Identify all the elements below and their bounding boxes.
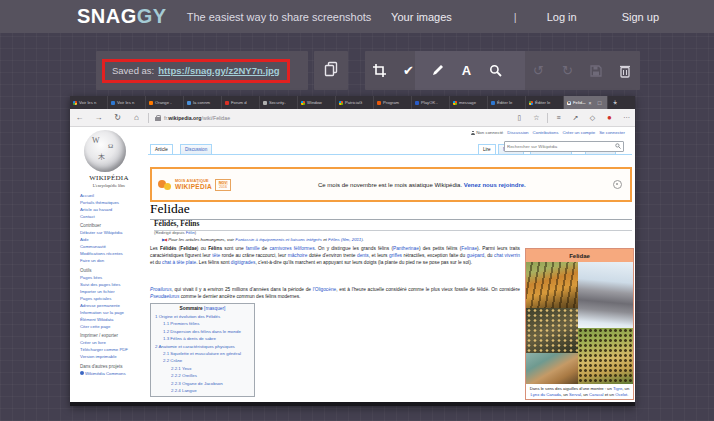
minimize-button[interactable]: − — [582, 100, 586, 106]
search-input[interactable] — [505, 144, 615, 149]
check-button[interactable]: ✔ — [394, 51, 423, 90]
window-controls: − □ × — [582, 96, 617, 109]
browser-tab[interactable]: PatriciaG — [336, 96, 374, 109]
sidebar-item[interactable]: Pages liées — [80, 275, 146, 280]
adblock-extension-icon[interactable]: ● — [601, 114, 618, 122]
sidebar-item[interactable]: Article au hasard — [80, 207, 146, 212]
crop-button[interactable] — [365, 51, 394, 90]
browser-tab[interactable]: la connm — [184, 96, 222, 109]
sidebar-item[interactable]: Débuter sur Wikipédia — [80, 230, 146, 235]
tab-read[interactable]: Lire — [478, 144, 496, 154]
browser-tab[interactable]: Program — [374, 96, 412, 109]
back-icon[interactable]: ← — [70, 114, 89, 122]
delete-button[interactable] — [611, 51, 640, 90]
home-icon[interactable]: ⌂ — [127, 114, 146, 122]
browser-tab[interactable]: Forum d — [222, 96, 260, 109]
sidebar-item[interactable]: Importer un fichier — [80, 289, 146, 294]
sidebar-item[interactable]: Communauté — [80, 244, 146, 249]
personal-discussion-link[interactable]: Discussion — [507, 130, 528, 135]
sidebar-item[interactable]: Contact — [80, 214, 146, 219]
hub-icon[interactable]: ≡ — [550, 114, 567, 121]
sidebar-item-commons[interactable]: Wikimédia Commons — [80, 371, 146, 376]
sidebar-item[interactable]: Pages spéciales — [80, 296, 146, 301]
toc-item[interactable]: 2.2.4 Langue — [151, 387, 254, 394]
toc-item[interactable]: 2.2.2 Oreilles — [151, 372, 254, 379]
toc-item[interactable]: 2.2.1 Yeux — [151, 365, 254, 372]
maximize-button[interactable]: □ — [598, 100, 602, 106]
sidebar-item[interactable]: Faire un don — [80, 258, 146, 263]
reading-view-icon[interactable]: ▯ — [511, 114, 528, 121]
toc-hide-toggle[interactable]: [masquer] — [204, 306, 225, 311]
browser-tab[interactable]: Éditer le — [488, 96, 526, 109]
zoom-tool-button[interactable] — [481, 51, 510, 90]
snaggy-logo[interactable]: SNAGGY — [77, 0, 167, 33]
sidebar-item[interactable]: Adresse permanente — [80, 303, 146, 308]
tab-favicon — [111, 101, 115, 105]
sidebar-item[interactable]: Modifications récentes — [80, 251, 146, 256]
sidebar-item[interactable]: Créer un livre — [80, 340, 146, 345]
url-text: fr.wikipedia.org/wiki/Felidae — [164, 115, 230, 121]
save-button[interactable] — [582, 51, 611, 90]
nav-sign-up[interactable]: Sign up — [622, 11, 659, 23]
annotation-rectangle: Saved as: https://snag.gy/z2NY7n.jpg — [102, 59, 290, 83]
favorite-star-icon[interactable]: ☆ — [528, 114, 545, 121]
wikipedia-globe-logo[interactable]: W Ω 木 — [84, 130, 126, 172]
note-extension-icon[interactable]: ◇ — [584, 114, 601, 121]
browser-tab[interactable]: PlayOK - — [412, 96, 450, 109]
browser-tab[interactable]: Éditer le — [526, 96, 564, 109]
table-of-contents: Sommaire [masquer] 1 Origine et évolutio… — [150, 303, 255, 397]
browser-tab[interactable]: Voir les n — [70, 96, 108, 109]
toc-item[interactable]: 1.2 Dispersion des félins dans le monde — [151, 328, 254, 335]
tab-article[interactable]: Article — [150, 144, 173, 154]
undo-button[interactable]: ↺ — [524, 51, 553, 90]
share-icon[interactable]: ↗ — [567, 114, 584, 121]
sidebar-item[interactable]: Télécharger comme PDF — [80, 347, 146, 352]
copy-button[interactable] — [314, 51, 348, 90]
more-menu-icon[interactable]: ⋯ — [618, 114, 635, 121]
toc-item[interactable]: 2.2 Crâne — [151, 357, 254, 364]
toc-item[interactable]: 1.1 Premiers félins — [151, 320, 254, 327]
banner-message[interactable]: Ce mois de novembre est le mois asiatiqu… — [231, 182, 613, 188]
personal-sign-in-link[interactable]: Se connecter — [599, 130, 625, 135]
refresh-icon[interactable]: ↻ — [108, 114, 127, 122]
toc-item[interactable]: 1 Origine et évolution des Félidés — [151, 313, 254, 320]
personal-create-account-link[interactable]: Créer un compte — [562, 130, 595, 135]
browser-tab[interactable]: Window — [298, 96, 336, 109]
browser-tab[interactable]: message — [450, 96, 488, 109]
tab-favicon — [301, 101, 305, 105]
tab-favicon — [263, 101, 267, 105]
sidebar-item[interactable]: Information sur la page — [80, 310, 146, 315]
sidebar-item[interactable]: Élément Wikidata — [80, 317, 146, 322]
toc-item[interactable]: 1.3 Félins à dents de sabre — [151, 335, 254, 342]
url-field[interactable]: fr.wikipedia.org/wiki/Felidae — [155, 115, 511, 121]
sidebar-item[interactable]: Version imprimable — [80, 354, 146, 359]
text-tool-button[interactable]: A — [452, 51, 481, 90]
tab-discussion[interactable]: Discussion — [180, 144, 212, 154]
wikipedia-search-box[interactable] — [504, 141, 624, 152]
browser-tab[interactable]: Orange - — [146, 96, 184, 109]
pencil-button[interactable] — [423, 51, 452, 90]
forward-icon[interactable]: → — [89, 114, 108, 122]
browser-tab[interactable]: Security- — [260, 96, 298, 109]
wikipedia-page: W Ω 木 WIKIPÉDIA L'encyclopédie libre Acc… — [70, 127, 635, 402]
sidebar-item[interactable]: Suivi des pages liées — [80, 282, 146, 287]
toc-item[interactable]: 2.1 Squelette et musculature en général — [151, 350, 254, 357]
nav-log-in[interactable]: Log in — [547, 11, 577, 23]
redo-button[interactable]: ↻ — [553, 51, 582, 90]
tab-favicon — [73, 101, 77, 105]
toc-item[interactable]: 2.2.3 Organe de Jacobson — [151, 380, 254, 387]
sidebar-item[interactable]: Aide — [80, 237, 146, 242]
toc-item[interactable]: 2 Anatomie et caractéristiques physiques — [151, 343, 254, 350]
browser-tab[interactable]: Voir les n — [108, 96, 146, 109]
sidebar-item[interactable]: Citer cette page — [80, 324, 146, 329]
search-icon[interactable] — [615, 143, 621, 150]
nav-your-images[interactable]: Your images — [391, 11, 452, 23]
close-button[interactable]: × — [613, 100, 617, 106]
banner-settings-icon[interactable] — [613, 180, 622, 189]
sidebar-item[interactable]: Accueil — [80, 193, 146, 198]
sidebar-section-title: Outils — [80, 268, 146, 273]
personal-contributions-link[interactable]: Contributions — [533, 130, 559, 135]
sidebar-item[interactable]: Portails thématiques — [80, 200, 146, 205]
saved-url-link[interactable]: https://snag.gy/z2NY7n.jpg — [158, 65, 279, 76]
logo-text-accent: GY — [137, 5, 167, 27]
